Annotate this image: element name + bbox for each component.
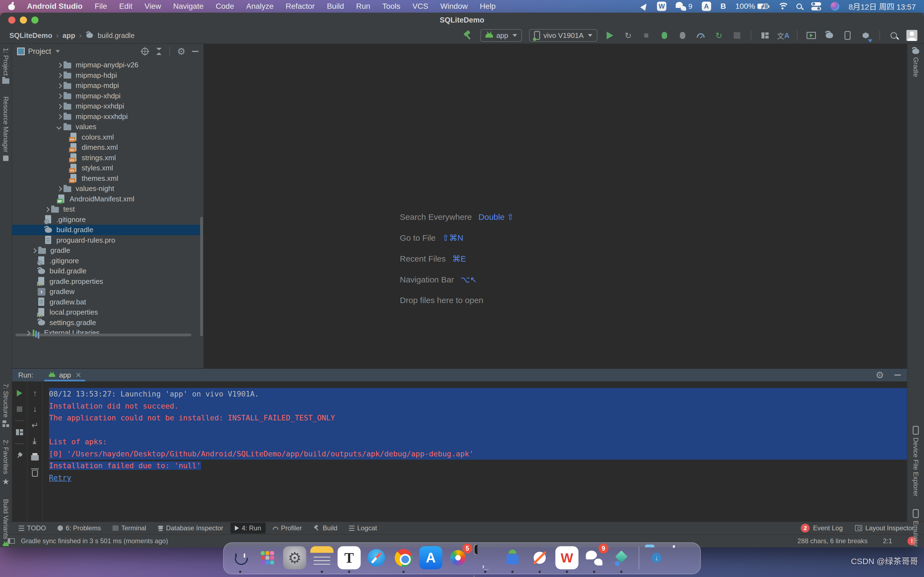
menu-clock[interactable]: 8月12日 周四 13:57 (849, 1, 916, 12)
spotlight-icon[interactable] (796, 3, 802, 9)
tree-row[interactable]: values (12, 122, 204, 132)
tree-row[interactable]: .gitignore (12, 256, 204, 266)
sidebar-item-emulator[interactable]: Emulator (908, 509, 924, 547)
tree-row[interactable]: mipmap-xxhdpi (12, 101, 204, 111)
sidebar-item-gradle[interactable]: Gradle (908, 48, 924, 77)
tree-row[interactable]: build.gradle (12, 225, 204, 235)
attach-debugger-button[interactable] (677, 30, 688, 41)
hide-panel-button[interactable] (192, 51, 199, 52)
breadcrumb-module[interactable]: app (62, 31, 75, 40)
vertical-scrollbar[interactable] (200, 217, 203, 336)
control-center-icon[interactable] (811, 2, 821, 10)
tree-chevron-icon[interactable] (55, 185, 63, 193)
caret-position[interactable]: 2:1 (883, 537, 892, 545)
trash-dock-icon[interactable] (672, 551, 695, 574)
menu-item[interactable]: Tools (382, 2, 400, 11)
collapse-all-button[interactable] (156, 48, 162, 55)
capture-layout-button[interactable] (759, 30, 771, 41)
apply-code-changes-button[interactable]: ↻ (713, 30, 724, 41)
tree-row[interactable]: strings.xml (12, 153, 204, 163)
tool-window-button[interactable]: Database Inspector (153, 522, 228, 533)
run-configuration-select[interactable]: app (480, 29, 522, 42)
location-services-icon[interactable] (641, 3, 648, 10)
select-opened-file-button[interactable] (141, 48, 149, 55)
close-icon[interactable]: ✕ (75, 371, 81, 379)
chrome-dock-icon[interactable] (392, 546, 415, 569)
wps-office-dock-icon[interactable]: W (556, 546, 578, 569)
tree-chevron-icon[interactable] (24, 329, 31, 337)
debug-button[interactable] (659, 30, 670, 41)
dock-item[interactable]: ⚙ (283, 546, 306, 569)
tree-chevron-icon[interactable] (55, 71, 63, 79)
menu-item[interactable]: Code (216, 2, 234, 11)
tool-window-button[interactable]: TODO (14, 522, 50, 533)
tree-chevron-icon[interactable] (43, 206, 51, 213)
tree-row[interactable]: gradle.properties (12, 276, 204, 287)
menu-item[interactable]: Refactor (286, 2, 315, 11)
wifi-icon[interactable] (778, 3, 787, 10)
tree-chevron-icon[interactable] (55, 113, 63, 120)
tree-chevron-icon[interactable] (55, 61, 63, 69)
tree-row[interactable]: mipmap-hdpi (12, 70, 204, 81)
textedit-dock-icon[interactable]: T (338, 546, 361, 569)
launchpad-dock-icon[interactable] (256, 546, 279, 569)
translate-button[interactable]: 文A (778, 30, 789, 41)
tool-window-button[interactable]: 6: Problems (53, 522, 105, 533)
tree-row[interactable]: colors.xml (12, 132, 204, 143)
battery-indicator[interactable]: 100% (735, 2, 768, 11)
project-view-select[interactable]: Project (28, 47, 51, 56)
scroll-to-end-button[interactable]: ⇥ (30, 436, 40, 446)
app-store-dock-icon[interactable]: A (419, 546, 443, 569)
menu-item[interactable]: Navigate (173, 2, 204, 11)
menu-app-name[interactable]: Android Studio (27, 2, 82, 11)
tree-chevron-icon[interactable] (55, 123, 63, 131)
tree-row[interactable]: dimens.xml (12, 142, 204, 153)
profiler-button[interactable] (695, 30, 706, 41)
tree-row[interactable]: values-night (12, 184, 204, 194)
system-preferences-dock-icon[interactable]: ⚙ (283, 546, 306, 569)
breadcrumb-project[interactable]: SQLiteDemo (9, 31, 52, 40)
soft-wrap-button[interactable]: ↵ (30, 421, 40, 430)
sidebar-item-favorites[interactable]: 2: Favorites ★ (0, 440, 11, 486)
tree-row[interactable]: themes.xml (12, 173, 204, 184)
tool-window-button[interactable]: Terminal (108, 522, 151, 533)
restore-layout-button[interactable] (15, 427, 24, 437)
tree-row[interactable]: mipmap-anydpi-v26 (12, 60, 204, 70)
tree-row[interactable]: gradlew (12, 287, 204, 297)
input-method-icon[interactable]: A (702, 2, 711, 11)
dock-item[interactable] (392, 546, 415, 569)
sdk-manager-button[interactable] (860, 30, 871, 41)
menu-item[interactable]: Build (327, 2, 344, 11)
gear-icon[interactable]: ⚙ (876, 371, 883, 379)
tree-chevron-icon[interactable] (55, 103, 63, 110)
downloads-dock-icon[interactable] (645, 546, 668, 569)
gear-icon[interactable]: ⚙ (177, 48, 185, 55)
sidebar-item-project[interactable]: 1: Project (0, 48, 11, 84)
tool-window-toggle-icon[interactable] (8, 538, 15, 544)
dock-item[interactable]: ›_ (474, 546, 497, 569)
tree-row[interactable]: build.gradle (12, 266, 204, 276)
tree-row[interactable]: mipmap-xhdpi (12, 91, 204, 102)
tree-row[interactable]: local.properties (12, 307, 204, 318)
tree-row[interactable]: mipmap-mdpi (12, 81, 204, 91)
dock-item[interactable]: 9 (583, 546, 606, 569)
horizontal-scrollbar[interactable] (15, 334, 191, 336)
tab-run-app[interactable]: app ✕ (44, 369, 85, 381)
menu-item[interactable]: Help (480, 2, 496, 11)
tool-window-button[interactable]: Profiler (268, 522, 306, 533)
tree-chevron-icon[interactable] (55, 92, 63, 100)
breadcrumb-file[interactable]: build.gradle (98, 31, 134, 40)
tree-row[interactable]: AndroidManifest.xml (12, 194, 204, 205)
sidebar-item-device-file-explorer[interactable]: Device File Explorer (908, 426, 924, 496)
dock-item[interactable] (229, 546, 252, 569)
print-button[interactable] (30, 452, 40, 462)
close-window-button[interactable] (8, 16, 15, 24)
run-configurations-list-button[interactable]: ≡ (641, 30, 652, 41)
safari-dock-icon[interactable] (365, 546, 388, 569)
dock-item[interactable] (310, 546, 334, 569)
menu-item[interactable]: View (145, 2, 161, 11)
tree-row[interactable]: proguard-rules.pro (12, 235, 204, 246)
rerun-button[interactable] (15, 388, 24, 398)
dock-item[interactable] (256, 546, 279, 569)
dock-item[interactable]: A (419, 546, 443, 569)
